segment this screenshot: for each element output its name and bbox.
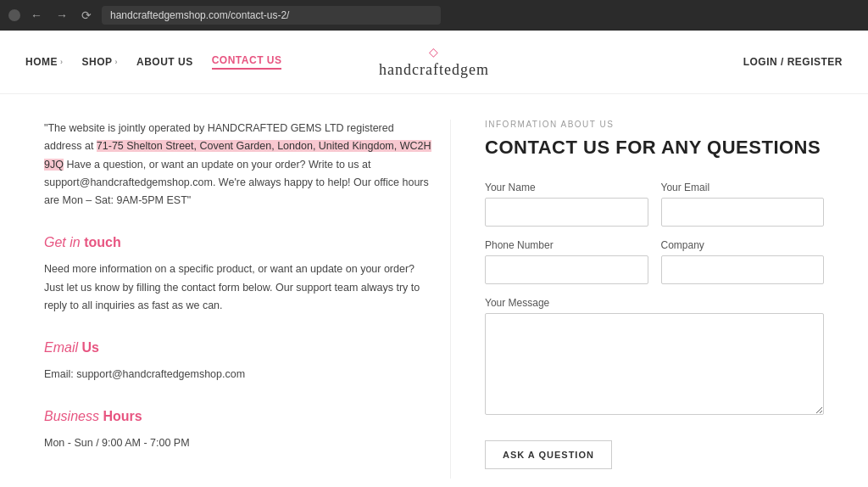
message-label: Your Message [485,297,824,309]
submit-button[interactable]: ASK A QUESTION [485,440,612,469]
address-bar[interactable]: handcraftedgemshop.com/contact-us-2/ [102,6,441,25]
nav-shop[interactable]: SHOP › [82,56,119,68]
phone-input[interactable] [485,255,648,284]
contact-form: Your Name Your Email Phone Number Compan… [485,182,824,469]
main-content: "The website is jointly operated by HAND… [27,94,841,487]
browser-dot [8,9,20,21]
get-in-touch-italic: Get in [44,235,84,249]
shop-chevron: › [115,58,119,66]
nav-home[interactable]: HOME › [25,56,64,68]
name-label: Your Name [485,182,648,193]
info-label: INFORMATION ABOUT US [485,120,824,129]
get-in-touch-heading: Get in touch [44,235,433,250]
site-logo[interactable]: ◇ handcraftedgem [379,45,489,79]
company-label: Company [661,239,825,251]
back-button[interactable]: ← [27,7,46,24]
login-register[interactable]: LOGIN / REGISTER [743,56,843,68]
logo-icon: ◇ [429,45,439,59]
email-heading: Email Us [44,340,433,355]
phone-label: Phone Number [485,239,648,251]
get-in-touch-bold: touch [84,235,121,249]
browser-chrome: ← → ⟳ handcraftedgemshop.com/contact-us-… [0,0,868,31]
message-row: Your Message [485,297,824,415]
intro-paragraph: "The website is jointly operated by HAND… [44,120,433,210]
name-email-row: Your Name Your Email [485,182,824,227]
browser-controls [8,9,20,21]
left-column: "The website is jointly operated by HAND… [44,120,451,479]
phone-group: Phone Number [485,239,648,284]
hours-text: Mon - Sun / 9:00 AM - 7:00 PM [44,434,433,452]
get-in-touch-text: Need more information on a specific prod… [44,260,433,315]
main-nav: HOME › SHOP › ABOUT US CONTACT US [25,54,281,70]
hours-bold: Hours [103,409,142,423]
message-group: Your Message [485,297,824,415]
logo-text: handcraftedgem [379,61,489,79]
company-group: Company [661,239,825,284]
hours-section: Business Hours Mon - Sun / 9:00 AM - 7:0… [44,409,433,452]
phone-company-row: Phone Number Company [485,239,824,284]
nav-about[interactable]: ABOUT US [136,56,193,68]
email-label: Your Email [661,182,825,193]
company-input[interactable] [661,255,825,284]
address-highlight: 71-75 Shelton Street, Covent Garden, Lon… [44,140,431,170]
home-chevron: › [60,58,64,66]
reload-button[interactable]: ⟳ [78,7,95,24]
email-input[interactable] [661,198,825,227]
message-input[interactable] [485,313,824,415]
hours-heading: Business Hours [44,409,433,424]
contact-form-section: INFORMATION ABOUT US CONTACT US FOR ANY … [485,120,824,479]
email-group: Your Email [661,182,825,227]
email-section: Email Us Email: support@handcraftedgemsh… [44,340,433,383]
nav-contact[interactable]: CONTACT US [212,54,282,70]
hours-italic: Business [44,409,103,423]
email-bold: Us [81,340,98,355]
name-input[interactable] [485,198,648,227]
site-header: HOME › SHOP › ABOUT US CONTACT US ◇ hand… [0,31,868,94]
url-text: handcraftedgemshop.com/contact-us-2/ [110,9,289,21]
name-group: Your Name [485,182,648,227]
forward-button[interactable]: → [53,7,71,24]
contact-heading: CONTACT US FOR ANY QUESTIONS [485,136,824,160]
email-italic: Email [44,340,81,355]
email-text: Email: support@handcraftedgemshop.com [44,366,433,383]
